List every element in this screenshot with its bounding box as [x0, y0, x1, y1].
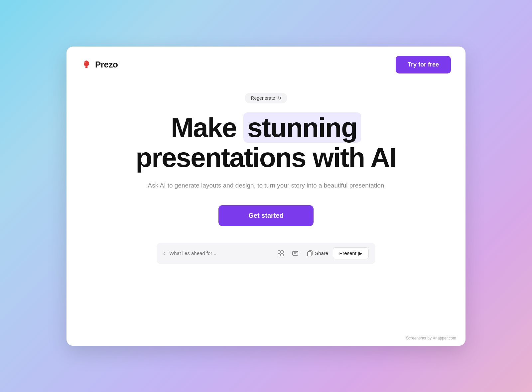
headline: Make stunning presentations with AI [136, 113, 396, 173]
svg-rect-7 [281, 254, 283, 256]
headline-make: Make [171, 112, 243, 143]
share-button[interactable]: Share [315, 250, 328, 256]
layout-icon[interactable] [276, 249, 286, 258]
svg-rect-1 [85, 66, 88, 67]
svg-rect-4 [278, 251, 280, 253]
hero-section: Regenerate ↻ Make stunning presentations… [66, 83, 466, 348]
present-label: Present [339, 250, 356, 256]
svg-rect-8 [293, 251, 298, 255]
present-button[interactable]: Present ▶ [333, 247, 369, 259]
regenerate-icon: ↻ [277, 95, 281, 101]
svg-rect-6 [278, 254, 280, 256]
try-free-button[interactable]: Try for free [396, 56, 451, 73]
logo: Prezo [81, 59, 118, 70]
watermark: Screenshot by Xnapper.com [406, 336, 456, 340]
svg-point-0 [84, 61, 89, 66]
regenerate-label: Regenerate [251, 95, 275, 101]
headline-line1: Make stunning [136, 113, 396, 143]
regenerate-pill[interactable]: Regenerate ↻ [245, 93, 287, 103]
editor-bar-right: Share Present ▶ [315, 247, 369, 259]
svg-point-3 [84, 62, 86, 64]
header: Prezo Try for free [66, 47, 466, 83]
headline-line2: presentations with AI [136, 143, 396, 173]
back-icon[interactable]: ‹ [163, 250, 165, 257]
main-card: Prezo Try for free Regenerate ↻ Make stu… [66, 47, 466, 346]
svg-rect-2 [85, 67, 87, 68]
hero-subtitle: Ask AI to generate layouts and design, t… [148, 182, 384, 189]
copy-icon[interactable] [305, 249, 315, 258]
svg-rect-5 [281, 251, 283, 253]
headline-stunning: stunning [243, 112, 361, 143]
svg-rect-12 [308, 252, 311, 256]
slides-icon[interactable] [290, 249, 300, 258]
get-started-button[interactable]: Get started [218, 205, 314, 226]
editor-bar-left: ‹ [163, 250, 276, 257]
play-icon: ▶ [358, 250, 362, 256]
editor-input[interactable] [169, 250, 276, 256]
editor-bar: ‹ [157, 243, 375, 264]
logo-text: Prezo [95, 60, 118, 70]
logo-icon [81, 59, 92, 70]
editor-bar-center [276, 249, 315, 258]
